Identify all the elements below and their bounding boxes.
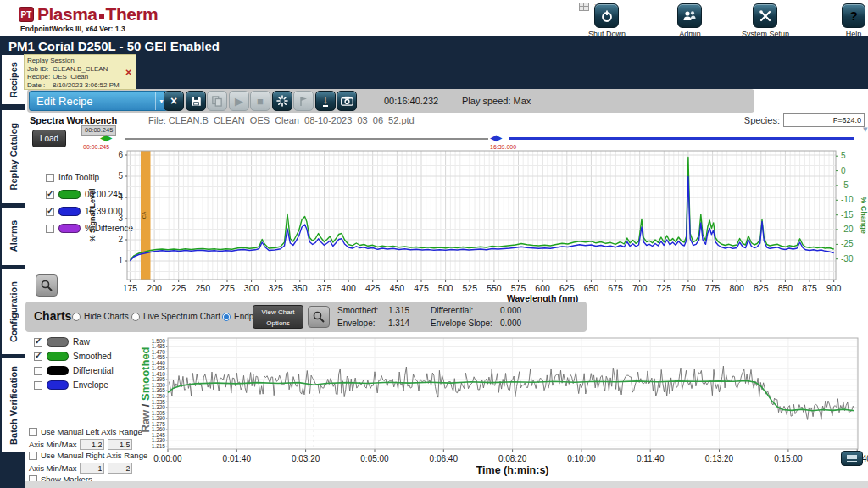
view-chart-options-label-1: View Chart (253, 307, 303, 318)
timeline-end-handle[interactable]: ◀▶ (490, 133, 501, 142)
system-setup-button[interactable] (753, 3, 777, 28)
svg-text:1.395: 1.395 (152, 376, 166, 382)
close-session-button[interactable]: × (164, 91, 184, 111)
timeline-start-handle[interactable]: ◀▶ (100, 133, 111, 142)
endpoint-chart-radio[interactable] (222, 313, 231, 321)
playback-toolbar: Edit Recipe ▼ × ▶ ■ (27, 89, 754, 113)
legend-label: Raw (73, 337, 90, 347)
grid-view-icon[interactable] (579, 3, 589, 11)
svg-text:1: 1 (118, 256, 123, 265)
info-tooltip-checkbox[interactable] (46, 174, 54, 182)
species-input[interactable] (783, 113, 865, 127)
differential-checkbox[interactable] (34, 367, 42, 375)
endpoint-x-axis-title: Time (h:min:s) (476, 464, 549, 476)
end-spectrum-checkbox[interactable] (46, 208, 54, 216)
svg-text:475: 475 (414, 283, 429, 293)
svg-text:1.470: 1.470 (152, 349, 166, 355)
recipe-label: Recipe: (27, 73, 53, 81)
svg-text:625: 625 (559, 283, 575, 293)
app-header: PT Plasma Therm EndpointWorks III, x64 V… (0, 0, 868, 36)
legend-envelope[interactable]: Envelope (34, 380, 108, 390)
manual-left-axis-checkbox[interactable] (29, 428, 37, 436)
smoothed-checkbox[interactable] (34, 352, 42, 361)
svg-text:1.410: 1.410 (152, 371, 166, 377)
svg-text:0:15:00: 0:15:00 (774, 454, 803, 463)
axis-minmax-label: Axis Min/Max (29, 463, 76, 473)
save-button[interactable] (186, 91, 206, 111)
refresh-burst-button[interactable] (272, 91, 292, 111)
spectrum-zoom-button[interactable] (36, 274, 58, 297)
percent-difference-checkbox[interactable] (46, 225, 54, 233)
svg-text:275: 275 (220, 283, 235, 293)
workbench-file-label: File: CLEAN.B_CLEAN_OES_Clean_08-10-2023… (148, 115, 415, 125)
svg-text:1.485: 1.485 (152, 343, 166, 349)
radio-hide-charts[interactable]: Hide Charts (72, 312, 129, 321)
logo-word-2: Therm (106, 4, 159, 25)
green-series-swatch (58, 190, 81, 199)
right-axis-min-input[interactable] (80, 463, 104, 474)
tab-label: Batch Verification (8, 366, 19, 445)
replay-close-icon[interactable]: ✕ (125, 69, 132, 77)
legend-raw[interactable]: Raw (34, 337, 90, 347)
date-label: Date : (27, 81, 53, 90)
svg-text:1.350: 1.350 (152, 393, 166, 399)
snapshot-button[interactable] (337, 91, 357, 111)
charts-options-bar: Charts Hide Charts Live Spectrum Chart E… (25, 302, 587, 332)
manual-right-axis-checkbox[interactable] (29, 452, 37, 460)
svg-text:300: 300 (244, 283, 259, 293)
hide-charts-radio[interactable] (72, 313, 81, 321)
timeline-selected-range[interactable] (509, 137, 854, 140)
marker-flag-button[interactable] (293, 91, 314, 111)
sidebar-tab-configuration[interactable]: Configuration (2, 269, 25, 354)
svg-text:0: 0 (841, 166, 846, 175)
start-spectrum-checkbox[interactable] (46, 191, 54, 199)
endpoint-options-corner-button[interactable] (841, 451, 863, 466)
svg-text:1.260: 1.260 (152, 426, 166, 432)
export-download-button[interactable]: ↓ (315, 91, 336, 111)
admin-button[interactable] (677, 3, 702, 28)
legend-label: Differential (73, 366, 114, 375)
svg-text:1.245: 1.245 (152, 432, 166, 438)
svg-text:575: 575 (511, 283, 526, 293)
stop-button[interactable]: ■ (250, 91, 270, 111)
endpoint-zoom-button[interactable] (308, 306, 330, 328)
radio-live-spectrum[interactable]: Live Spectrum Chart (131, 312, 220, 321)
manual-left-axis-control[interactable]: Use Manual Left Axis Range (29, 427, 142, 436)
svg-text:1.215: 1.215 (152, 443, 166, 449)
endpoint-chart[interactable]: 1.2151.2301.2451.2601.2751.2901.3051.320… (127, 332, 868, 488)
svg-text:650: 650 (584, 283, 599, 293)
logo-icon: PT (19, 7, 34, 22)
envelope-checkbox[interactable] (34, 381, 42, 390)
logo-text: Plasma Therm (37, 4, 158, 25)
spectrum-chart[interactable]: CA12345650-5-10-15-20-25-301752002252502… (81, 144, 868, 305)
sidebar-tab-recipes[interactable]: Recipes (2, 55, 25, 104)
svg-text:0:13:20: 0:13:20 (705, 454, 734, 463)
play-button[interactable]: ▶ (229, 91, 249, 111)
svg-text:1.500: 1.500 (152, 338, 166, 344)
sidebar-tab-batch-verification[interactable]: Batch Verification (2, 358, 25, 452)
sidebar-tab-replay-catalog[interactable]: Replay Catalog (2, 110, 25, 203)
load-button[interactable]: Load (32, 130, 66, 147)
legend-smoothed[interactable]: Smoothed (34, 352, 112, 361)
svg-text:400: 400 (341, 283, 356, 293)
svg-text:525: 525 (463, 283, 478, 293)
help-button[interactable]: ? (842, 3, 865, 28)
copy-icon (212, 96, 222, 107)
mode-dropdown[interactable]: Edit Recipe ▼ (29, 91, 168, 111)
legend-differential[interactable]: Differential (34, 366, 114, 375)
left-axis-min-input[interactable] (80, 439, 104, 450)
timeline-track[interactable] (125, 138, 488, 140)
shutdown-button[interactable] (594, 3, 619, 28)
view-chart-options-button[interactable]: View Chart Options (253, 305, 303, 329)
svg-text:-20: -20 (841, 225, 854, 234)
svg-text:825: 825 (754, 283, 769, 293)
copy-button[interactable] (207, 91, 227, 111)
sidebar: Recipes Replay Catalog Alarms Configurat… (0, 58, 25, 488)
live-spectrum-radio[interactable] (131, 313, 140, 321)
svg-text:700: 700 (632, 283, 648, 293)
sidebar-tab-alarms[interactable]: Alarms (2, 208, 25, 265)
envelope-slope-stat-value: 0.000 (500, 319, 521, 328)
svg-text:1.380: 1.380 (152, 382, 166, 388)
svg-text:-25: -25 (841, 239, 854, 248)
raw-checkbox[interactable] (34, 338, 42, 347)
